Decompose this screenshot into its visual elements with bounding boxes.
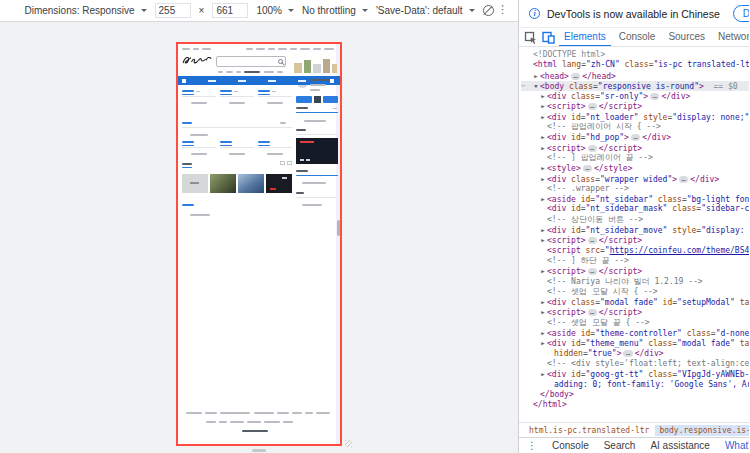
drawer-menu-icon[interactable]: ⋮ <box>527 440 537 451</box>
dom-tree-line[interactable]: </html> <box>521 400 749 410</box>
dom-tree-line[interactable]: adding: 0; font-family: 'Google Sans', A… <box>521 380 749 390</box>
dom-tree-line[interactable]: <!-- <div style='float:left; text-align:… <box>521 359 749 369</box>
drawer-tab-ai-assistance[interactable]: AI assistance <box>650 440 709 451</box>
collapsed-content-icon[interactable]: … <box>588 268 597 275</box>
dom-tree-line[interactable]: ▶<script>…</script> <box>521 101 749 111</box>
dom-tree-line[interactable]: ▶<script>…</script> <box>521 235 749 245</box>
tab-network[interactable]: Network ⚠ <box>713 28 749 47</box>
tab-console[interactable]: Console <box>614 28 661 47</box>
tab-sources[interactable]: Sources <box>663 28 710 47</box>
device-toolbar-more-menu[interactable]: ⋮ <box>497 3 508 16</box>
dom-tree-line[interactable]: <script src="https://coinfeu.com/theme/B… <box>521 246 749 256</box>
viewport-resize-handle[interactable] <box>252 449 266 452</box>
expand-arrow-icon[interactable]: ▶ <box>539 328 547 338</box>
collapsed-content-icon[interactable]: … <box>588 309 597 316</box>
dom-tree-line[interactable]: <!-- ] 팝업레이어 끝 --> <box>521 153 749 163</box>
code-token: <div <box>547 370 566 379</box>
dom-tree-line[interactable]: ▶<div id="nt_loader" style="display: non… <box>521 112 749 122</box>
dom-tree-line[interactable]: ▶<style>…</style> <box>521 163 749 173</box>
dom-tree-line[interactable]: <!-- 셋업 모달 시작 { --> <box>521 287 749 297</box>
expand-arrow-icon[interactable]: ▶ <box>539 112 547 122</box>
expand-arrow-icon[interactable]: ▶ <box>539 266 547 276</box>
dom-tree-line[interactable]: <html lang="zh-CN" class="is-pc translat… <box>521 60 749 70</box>
collapsed-content-icon[interactable]: … <box>588 237 597 244</box>
viewport-width-input[interactable] <box>155 3 191 18</box>
viewport-height-input[interactable] <box>212 3 248 18</box>
page-scrollbar-track[interactable] <box>336 44 340 444</box>
element-options-icon[interactable]: ⋯ <box>521 81 525 91</box>
expand-arrow-icon[interactable]: ▶ <box>539 369 547 379</box>
throttling-value: No throttling <box>302 5 356 16</box>
dom-tree-line[interactable]: ▶<script>…</script> <box>521 307 749 317</box>
collapsed-content-icon[interactable]: … <box>631 134 640 141</box>
dom-tree-line[interactable]: <!DOCTYPE html> <box>521 50 749 60</box>
collapsed-content-icon[interactable]: … <box>650 93 659 100</box>
expand-arrow-icon[interactable]: ▶ <box>539 174 547 184</box>
dom-tree-line[interactable]: <!-- ] 하단 끝 --> <box>521 256 749 266</box>
dom-tree-line[interactable]: ▶<head>…</head> <box>521 71 749 81</box>
page-content-block <box>296 129 306 131</box>
expand-arrow-icon[interactable]: ▶ <box>539 91 547 101</box>
dom-tree-line[interactable]: ▶<aside id="nt_sidebar" class="bg-light … <box>521 194 749 204</box>
breadcrumb-body[interactable]: body.responsive.is-round <box>655 425 749 436</box>
save-data-dropdown[interactable]: 'Save-Data': default <box>376 5 475 16</box>
dimensions-dropdown[interactable]: Dimensions: Responsive <box>24 5 146 16</box>
dom-tree-line[interactable]: <!-- .wrapper --> <box>521 184 749 194</box>
breadcrumb-html[interactable]: html.is-pc.translated-ltr <box>525 425 653 436</box>
dom-tree-line[interactable]: ▶<div class="sr-only">…</div> <box>521 91 749 101</box>
collapsed-content-icon[interactable]: … <box>583 165 592 172</box>
collapsed-content-icon[interactable]: … <box>588 145 597 152</box>
dom-tree-line[interactable]: <!-- 상단이동 버튼 --> <box>521 215 749 225</box>
dom-tree-line[interactable]: ▶<script>…</script> <box>521 266 749 276</box>
inspect-element-icon[interactable] <box>523 30 538 45</box>
expand-arrow-icon[interactable]: ▶ <box>539 338 547 348</box>
collapsed-content-icon[interactable]: … <box>679 176 688 183</box>
code-token: "d-none d-md-block" <box>716 329 749 338</box>
dom-tree-line[interactable]: <!-- Nariya 나리야 빌더 1.2.19 --> <box>521 277 749 287</box>
dom-tree-line[interactable]: <div id="nt_sidebar_mask" class="sidebar… <box>521 204 749 214</box>
page-scrollbar-thumb[interactable] <box>337 220 340 236</box>
throttling-dropdown[interactable]: No throttling <box>302 5 368 16</box>
drawer-tab-whats-new[interactable]: What's new × <box>725 440 749 451</box>
dom-tree-line[interactable]: ▶<script>…</script> <box>521 143 749 153</box>
tab-elements[interactable]: Elements <box>559 28 611 47</box>
collapsed-content-icon[interactable]: … <box>623 350 632 357</box>
expand-arrow-icon[interactable]: ▶ <box>539 225 547 235</box>
expand-arrow-icon[interactable]: ▶ <box>539 194 547 204</box>
dom-tree-line[interactable]: ▶<aside id="theme-controller" class="d-n… <box>521 328 749 338</box>
dom-tree-line[interactable]: ▶<div class="wrapper wided">…</div> <box>521 174 749 184</box>
dom-tree-line[interactable]: </body> <box>521 390 749 400</box>
zoom-dropdown[interactable]: 100% <box>256 5 294 16</box>
expand-arrow-icon[interactable]: ▼ <box>532 81 540 91</box>
dom-tree-line[interactable]: ▶<div id="goog-gt-tt" class="VIpgJd-yAWN… <box>521 369 749 379</box>
dom-tree-line[interactable]: ▶<div id="hd_pop">…</div> <box>521 132 749 142</box>
expand-arrow-icon[interactable]: ▶ <box>539 297 547 307</box>
code-token: <!-- Nariya 나리야 빌더 1.2.19 --> <box>547 277 703 286</box>
page-content-block <box>296 96 312 103</box>
device-viewport[interactable] <box>176 42 342 446</box>
dom-tree-line[interactable]: ⋯▼<body class="responsive is-round"> == … <box>521 81 749 91</box>
expand-arrow-icon[interactable]: ▶ <box>539 235 547 245</box>
blocked-sensors-icon[interactable] <box>483 5 494 16</box>
dom-tree-line[interactable]: <!-- 셋업 모달 끝 { --> <box>521 318 749 328</box>
drawer-tab-search[interactable]: Search <box>604 440 636 451</box>
expand-arrow-icon[interactable]: ▶ <box>539 132 547 142</box>
expand-arrow-icon[interactable]: ▶ <box>539 143 547 153</box>
dom-tree-line[interactable]: ▶<div class="modal fade" id="setupModal"… <box>521 297 749 307</box>
dismiss-notice-button[interactable]: Don't show ag <box>733 5 749 22</box>
viewport-corner-resize-handle[interactable] <box>345 440 352 447</box>
code-token: == $0 <box>704 82 738 91</box>
expand-arrow-icon[interactable]: ▶ <box>539 307 547 317</box>
dom-tree-line[interactable]: <!-- 팝업레이어 시작 { --> <box>521 122 749 132</box>
expand-arrow-icon[interactable]: ▶ <box>532 71 540 81</box>
dom-tree-line[interactable]: ▶<div id="theme_menu" class="modal fade"… <box>521 338 749 348</box>
drawer-tab-console[interactable]: Console <box>552 440 589 451</box>
code-token: class <box>667 204 696 213</box>
expand-arrow-icon[interactable]: ▶ <box>539 163 547 173</box>
expand-arrow-icon[interactable]: ▶ <box>539 101 547 111</box>
collapsed-content-icon[interactable]: … <box>588 103 597 110</box>
collapsed-content-icon[interactable]: … <box>571 73 580 80</box>
dom-tree-line[interactable]: ▶<div id="nt_sidebar_move" style="displa… <box>521 225 749 235</box>
device-toolbar-toggle-icon[interactable] <box>541 30 556 45</box>
dom-tree-line[interactable]: hidden="true">…</div> <box>521 349 749 359</box>
